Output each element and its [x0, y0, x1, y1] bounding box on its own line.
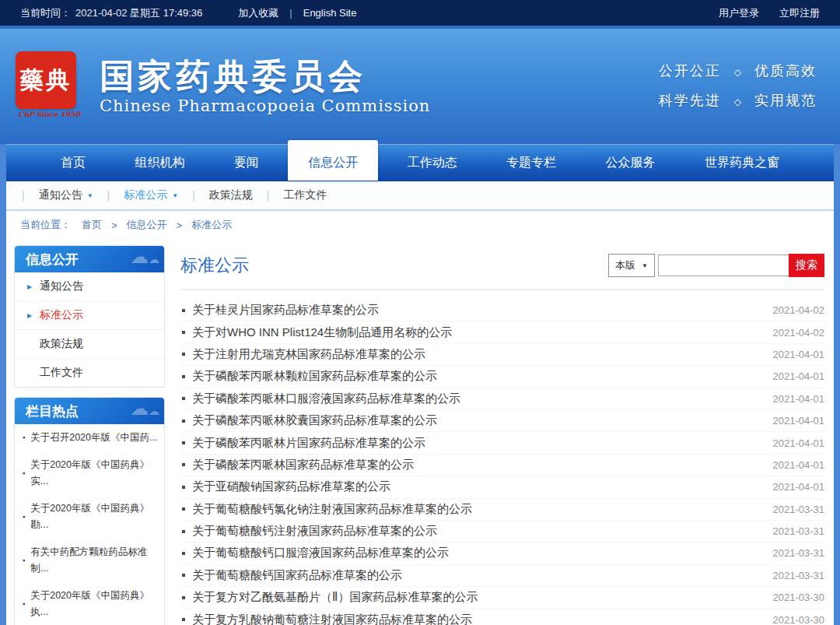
announcement-link[interactable]: 关于磷酸苯丙哌林口服溶液国家药品标准草案的公示	[192, 392, 761, 406]
subnav-separator: |	[267, 189, 270, 202]
sidebar-item-label: 政策法规	[40, 337, 83, 351]
nav-item-3[interactable]: 信息公开	[288, 140, 378, 181]
announcement-date: 2021-04-01	[773, 349, 825, 360]
announcement-date: 2021-04-02	[773, 327, 825, 339]
announcement-link[interactable]: 关于复方乳酸钠葡萄糖注射液国家药品标准草案的公示	[192, 613, 761, 625]
hot-item-3[interactable]: ▪有关中药配方颗粒药品标准制...	[15, 539, 164, 582]
subnav-item-1[interactable]: 标准公示▼	[124, 188, 178, 202]
sidebar-menu-header: 信息公开 ☁☁	[15, 246, 164, 272]
sidebar-item-3[interactable]: ▸工作文件	[15, 359, 164, 387]
list-item-4: 关于磷酸苯丙哌林口服溶液国家药品标准草案的公示2021-04-01	[180, 388, 824, 410]
arrow-right-icon: ▸	[27, 281, 40, 292]
nav-item-1[interactable]: 组织机构	[114, 145, 205, 181]
diamond-icon: ◇	[734, 97, 741, 107]
list-item-6: 关于磷酸苯丙哌林片国家药品标准草案的公示2021-04-01	[180, 432, 824, 454]
breadcrumb: 当前位置： 首页>信息公开>标准公示	[6, 211, 834, 239]
arrow-right-icon: ▸	[27, 310, 40, 321]
breadcrumb-link-0[interactable]: 首页	[82, 218, 102, 232]
slogan-1a: 公开公正	[659, 63, 721, 79]
main-nav: 首页组织机构要闻信息公开工作动态专题专栏公众服务世界药典之窗	[6, 144, 834, 181]
bullet-icon	[182, 486, 185, 489]
announcement-link[interactable]: 关于磷酸苯丙哌林胶囊国家药品标准草案的公示	[192, 413, 761, 428]
search-input[interactable]	[658, 255, 789, 276]
user-login-link[interactable]: 用户登录	[719, 6, 759, 20]
nav-item-4[interactable]: 工作动态	[387, 145, 478, 181]
subnav-item-3[interactable]: 工作文件	[283, 188, 327, 202]
hot-item-label: 关于2020年版《中国药典》执...	[30, 588, 159, 620]
page-title: 标准公示	[180, 254, 608, 277]
bullet-icon	[182, 552, 185, 555]
bullet-icon	[182, 507, 185, 511]
sidebar-item-0[interactable]: ▸通知公告	[15, 272, 164, 301]
nav-item-5[interactable]: 专题专栏	[486, 145, 576, 181]
header-slogans: 公开公正 ◇ 优质高效 科学先进 ◇ 实用规范	[659, 57, 817, 116]
hot-item-2[interactable]: ▪关于2020年版《中国药典》勘...	[15, 495, 164, 539]
breadcrumb-link-2[interactable]: 标准公示	[191, 218, 232, 232]
main-column: 标准公示 本版 ▼ 搜索 关于桂灵片国家药品标准草案的公示2021-04-02关…	[180, 245, 824, 625]
announcement-link[interactable]: 关于复方对乙酰氨基酚片（Ⅱ）国家药品标准草案的公示	[192, 590, 761, 605]
subnav-separator: |	[22, 189, 25, 202]
list-item-3: 关于磷酸苯丙哌林颗粒国家药品标准草案的公示2021-04-01	[180, 366, 824, 388]
bullet-icon	[182, 463, 185, 466]
title-divider	[180, 289, 824, 290]
announcement-link[interactable]: 关于葡萄糖酸钙口服溶液国家药品标准草案的公示	[192, 546, 761, 560]
sub-nav: |通知公告▼|标准公示▼|政策法规|工作文件	[6, 181, 834, 211]
announcement-link[interactable]: 关于亚硝酸钠国家药品标准草案的公示	[192, 479, 761, 494]
hot-item-1[interactable]: ▪关于2020年版《中国药典》实...	[15, 451, 164, 495]
hot-item-4[interactable]: ▪关于2020年版《中国药典》执...	[15, 582, 164, 625]
announcement-link[interactable]: 关于葡萄糖酸钙氯化钠注射液国家药品标准草案的公示	[192, 502, 761, 517]
announcement-link[interactable]: 关于磷酸苯丙哌林颗粒国家药品标准草案的公示	[192, 369, 761, 384]
announcement-link[interactable]: 关于葡萄糖酸钙注射液国家药品标准草案的公示	[192, 524, 761, 539]
english-site-link[interactable]: English Site	[303, 7, 357, 19]
sidebar-hot-items: ▪关于召开2020年版《中国药...▪关于2020年版《中国药典》实...▪关于…	[15, 424, 164, 625]
announcement-link[interactable]: 关于磷酸苯丙哌林片国家药品标准草案的公示	[192, 436, 761, 451]
sidebar-item-1[interactable]: ▸标准公示	[15, 301, 164, 330]
list-item-11: 关于葡萄糖酸钙口服溶液国家药品标准草案的公示2021-03-31	[180, 542, 824, 564]
search-button[interactable]: 搜索	[789, 254, 824, 277]
hot-item-label: 关于2020年版《中国药典》实...	[30, 457, 159, 490]
current-time-label: 当前时间：	[20, 6, 71, 20]
chevron-down-icon: ▼	[642, 262, 648, 269]
bullet-icon	[182, 574, 185, 577]
list-item-14: 关于复方乳酸钠葡萄糖注射液国家药品标准草案的公示2021-03-30	[180, 609, 824, 625]
sidebar-item-2[interactable]: ▸政策法规	[15, 330, 164, 359]
bullet-icon: ▪	[23, 596, 25, 613]
subnav-separator: |	[107, 189, 110, 202]
announcement-link[interactable]: 关于桂灵片国家药品标准草案的公示	[192, 303, 761, 318]
add-favorite-link[interactable]: 加入收藏	[238, 6, 278, 20]
nav-item-0[interactable]: 首页	[40, 145, 106, 181]
hot-item-label: 关于2020年版《中国药典》勘...	[30, 500, 159, 533]
sidebar-item-label: 通知公告	[40, 279, 83, 293]
announcement-date: 2021-03-31	[773, 570, 825, 581]
list-item-0: 关于桂灵片国家药品标准草案的公示2021-04-02	[180, 300, 824, 321]
site-logo[interactable]: 藥典 ChP Since 1950	[16, 51, 82, 118]
hot-item-0[interactable]: ▪关于召开2020年版《中国药...	[15, 424, 164, 451]
announcement-link[interactable]: 关于注射用尤瑞克林国家药品标准草案的公示	[192, 347, 761, 362]
list-item-1: 关于对WHO INN Plist124生物制品通用名称的公示2021-04-02	[180, 321, 824, 343]
register-link[interactable]: 立即注册	[779, 6, 820, 20]
announcement-link[interactable]: 关于葡萄糖酸钙国家药品标准草案的公示	[192, 568, 761, 583]
breadcrumb-link-1[interactable]: 信息公开	[127, 218, 167, 232]
announcement-link[interactable]: 关于对WHO INN Plist124生物制品通用名称的公示	[192, 325, 761, 340]
search-scope-select[interactable]: 本版 ▼	[608, 254, 655, 277]
subnav-item-0[interactable]: 通知公告▼	[39, 188, 93, 202]
bullet-icon	[182, 375, 185, 378]
announcement-date: 2021-04-01	[773, 370, 825, 382]
announcement-date: 2021-04-01	[773, 459, 825, 471]
announcement-link[interactable]: 关于磷酸苯丙哌林国家药品标准草案的公示	[192, 458, 761, 472]
list-item-13: 关于复方对乙酰氨基酚片（Ⅱ）国家药品标准草案的公示2021-03-30	[180, 587, 824, 609]
announcement-list: 关于桂灵片国家药品标准草案的公示2021-04-02关于对WHO INN Pli…	[180, 300, 824, 625]
topbar-separator: |	[289, 7, 292, 19]
subnav-item-2[interactable]: 政策法规	[209, 188, 253, 202]
slogan-2b: 实用规范	[754, 93, 817, 108]
top-bar: 当前时间： 2021-04-02 星期五 17:49:36 加入收藏 | Eng…	[0, 0, 840, 26]
nav-item-7[interactable]: 世界药典之窗	[684, 145, 800, 181]
list-item-12: 关于葡萄糖酸钙国家药品标准草案的公示2021-03-31	[180, 565, 824, 587]
nav-item-2[interactable]: 要闻	[214, 145, 279, 181]
nav-item-6[interactable]: 公众服务	[586, 145, 676, 181]
list-item-8: 关于亚硝酸钠国家药品标准草案的公示2021-04-01	[180, 476, 824, 498]
announcement-date: 2021-03-31	[773, 525, 825, 537]
list-item-2: 关于注射用尤瑞克林国家药品标准草案的公示2021-04-01	[180, 344, 824, 366]
sidebar-menu-box: 信息公开 ☁☁ ▸通知公告▸标准公示▸政策法规▸工作文件	[14, 245, 165, 388]
site-title-en: Chinese Pharmacopoeia Commission	[100, 97, 430, 115]
